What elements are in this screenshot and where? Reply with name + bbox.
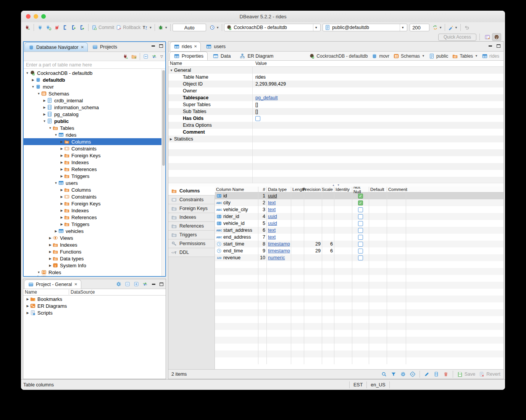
expand-arrow-icon[interactable]: ▶ — [48, 264, 52, 267]
expand-arrow-icon[interactable]: ▶ — [60, 209, 64, 212]
expand-arrow-icon[interactable]: ▶ — [26, 304, 30, 308]
connection-combo[interactable]: CockroachDB - defaultdb ▼ — [224, 24, 321, 31]
expand-arrow-icon[interactable]: ▶ — [48, 243, 52, 247]
transaction-log-button[interactable]: T▼ — [141, 23, 153, 32]
column-header-data-type[interactable]: Data type — [267, 187, 291, 192]
minimize-editor-icon[interactable] — [487, 44, 493, 48]
debug-button[interactable]: ▼ — [157, 23, 168, 32]
data-type-link[interactable]: numeric — [268, 255, 285, 260]
column-header-column-name[interactable]: Column Name — [215, 187, 258, 192]
column-header-precision[interactable]: Precision — [304, 187, 322, 192]
collapse-arrow-icon[interactable]: ▼ — [37, 271, 41, 274]
column-header-comment[interactable]: Comment — [387, 187, 406, 192]
sidebar-tab-permissions[interactable]: Permissions — [168, 239, 215, 248]
column-header-scale[interactable]: Scale — [322, 187, 334, 192]
collapse-arrow-icon[interactable]: ▼ — [48, 126, 52, 130]
new-connection-button[interactable]: + — [23, 23, 32, 32]
breadcrumb-public[interactable]: public — [428, 53, 449, 59]
tree-item-triggers[interactable]: ▶ Triggers — [24, 173, 165, 179]
tree-item-functions[interactable]: ▶ Functions — [24, 248, 165, 255]
close-tab-icon[interactable]: ✕ — [81, 45, 84, 49]
expand-arrow-icon[interactable]: ▶ — [60, 174, 64, 178]
refresh-config-icon[interactable] — [410, 371, 416, 377]
data-type-link[interactable]: text — [268, 234, 276, 240]
data-type-link[interactable]: uuid — [268, 193, 277, 199]
revert-button[interactable]: Revert — [479, 371, 500, 377]
delete-icon[interactable] — [443, 371, 449, 377]
refresh-button[interactable]: ▼ — [431, 23, 443, 32]
column-row-vehicle_city[interactable]: ABCvehicle_city 3 text — [215, 206, 503, 213]
tree-item-foreign-keys[interactable]: ▶ Foreign Keys — [24, 200, 165, 207]
data-type-link[interactable]: text — [268, 207, 276, 212]
subtab-er-diagram[interactable]: ER Diagram — [236, 52, 277, 60]
quick-access-button[interactable]: Quick Access — [438, 34, 476, 41]
has-oids-checkbox[interactable] — [255, 116, 260, 121]
data-type-link[interactable]: timestamp — [268, 241, 290, 247]
column-header-not-null[interactable]: Not Null — [352, 187, 369, 192]
disconnect-button[interactable] — [53, 23, 61, 32]
not-null-checkbox[interactable] — [358, 214, 363, 219]
data-type-link[interactable]: uuid — [268, 214, 277, 219]
tree-item-references[interactable]: ▶ References — [24, 166, 165, 173]
search-icon[interactable] — [381, 371, 387, 377]
breadcrumb-rides[interactable]: rides — [481, 53, 500, 59]
tree-item-indexes[interactable]: ▶ Indexes — [24, 241, 165, 248]
expand-arrow-icon[interactable]: ▶ — [42, 99, 47, 102]
tree-item-columns[interactable]: ▶ Columns — [24, 186, 165, 193]
not-null-checkbox[interactable]: ✓ — [358, 200, 363, 205]
navigator-scrollbar[interactable] — [161, 69, 165, 276]
tree-item-foreign-keys[interactable]: ▶ Foreign Keys — [24, 152, 165, 159]
minimize-panel-icon[interactable] — [150, 44, 156, 48]
project-col-name[interactable]: Name — [23, 289, 69, 295]
project-col-datasource[interactable]: DataSource — [69, 289, 92, 295]
column-row-end_time[interactable]: end_time 9 timestamp 29 6 — [215, 247, 503, 254]
column-row-city[interactable]: ABCcity 2 text ✓ — [215, 199, 503, 206]
transaction-mode-button[interactable] — [61, 23, 69, 32]
sidebar-tab-indexes[interactable]: Indexes — [168, 213, 215, 222]
column-row-start_time[interactable]: start_time 8 timestamp 29 6 — [215, 241, 503, 247]
not-null-checkbox[interactable] — [358, 249, 363, 254]
tree-item-system-info[interactable]: ▶ iSystem Info — [24, 262, 165, 269]
property-row-statistics[interactable]: ▶Statistics — [168, 136, 503, 142]
expand-arrow-icon[interactable]: ▶ — [60, 168, 64, 171]
data-type-link[interactable]: timestamp — [268, 248, 290, 254]
dbeaver-perspective-button[interactable] — [492, 33, 501, 41]
expand-arrow-icon[interactable]: ▶ — [60, 147, 64, 150]
expand-arrow-icon[interactable]: ▶ — [60, 140, 64, 144]
tab-database-navigator[interactable]: Database Navigator ✕ — [24, 42, 88, 52]
tree-item-columns[interactable]: ▶ Columns — [24, 138, 165, 145]
property-row-table-name[interactable]: Table Name rides — [168, 74, 503, 81]
sidebar-tab-ddl[interactable]: <>TDDL — [168, 248, 215, 257]
tree-item-triggers[interactable]: ▶ Triggers — [24, 221, 165, 228]
tree-item-indexes[interactable]: ▶ Indexes — [24, 207, 165, 214]
timezone-indicator[interactable]: EST — [349, 381, 367, 388]
expand-arrow-icon[interactable]: ▶ — [48, 236, 52, 240]
table-filter-input[interactable]: Enter a part of table name here — [24, 61, 165, 69]
tree-item-views[interactable]: ▶ Views — [24, 234, 165, 241]
collapse-arrow-icon[interactable]: ▼ — [42, 120, 47, 123]
not-null-checkbox[interactable]: ✓ — [358, 194, 363, 199]
not-null-checkbox[interactable] — [358, 235, 363, 240]
tree-item-references[interactable]: ▶ References — [24, 214, 165, 221]
subtab-data[interactable]: Data — [209, 52, 234, 60]
property-row-extra-options[interactable]: Extra Options — [168, 122, 503, 129]
tree-item-crdb-internal[interactable]: ▶ crdb_internal — [24, 97, 165, 104]
tree-item-information-schema[interactable]: ▶ information_schema — [24, 104, 165, 111]
collapse-arrow-icon[interactable]: ▼ — [54, 181, 58, 185]
collapse-arrow-icon[interactable]: ▼ — [54, 133, 58, 137]
sidebar-tab-triggers[interactable]: Triggers — [168, 231, 215, 239]
column-header--[interactable]: # — [258, 187, 267, 192]
collapse-arrow-icon[interactable]: ▼ — [170, 69, 174, 72]
editor-tab-users[interactable]: users — [202, 42, 229, 51]
tree-item-pg-catalog[interactable]: ▶ pg_catalog — [24, 111, 165, 118]
save-button[interactable]: Save — [457, 371, 476, 377]
expand-all-icon[interactable] — [133, 281, 139, 287]
project-item-scripts[interactable]: ▶Scripts — [23, 309, 166, 316]
settings-icon[interactable] — [400, 371, 406, 377]
breadcrumb-movr[interactable]: movr — [370, 53, 390, 59]
tree-item-constraints[interactable]: ▶ Constraints — [24, 193, 165, 200]
expand-arrow-icon[interactable]: ▶ — [170, 137, 174, 141]
column-row-revenue[interactable]: 123revenue 10 numeric — [215, 254, 503, 261]
pane-splitter[interactable]: ▲▼ — [168, 183, 503, 187]
column-row-id[interactable]: id 1 uuid ✓ — [215, 192, 503, 199]
